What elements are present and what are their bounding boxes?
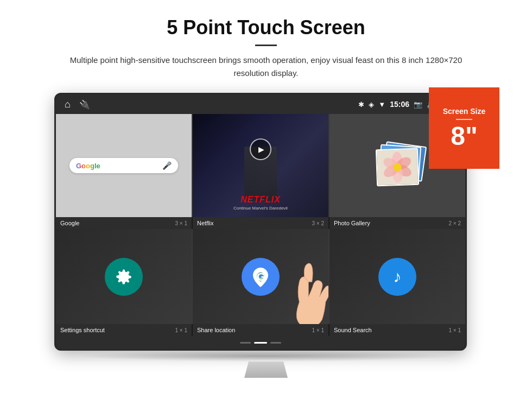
settings-label-name: Settings shortcut — [60, 327, 105, 333]
screen-size-badge: Screen Size 8" — [429, 87, 499, 169]
device-shadow — [76, 351, 456, 362]
svg-text:G: G — [257, 271, 265, 283]
sound-label-name: Sound Search — [334, 327, 372, 333]
google-label-size: 3 × 1 — [175, 220, 187, 226]
gallery-label: Photo Gallery 2 × 2 — [330, 217, 465, 229]
badge-title: Screen Size — [443, 107, 486, 116]
share-label-size: 1 × 1 — [312, 327, 324, 333]
bottom-nav — [56, 336, 465, 349]
nav-dot-3 — [270, 342, 281, 344]
google-app-cell[interactable]: Google 🎤 — [56, 114, 192, 217]
title-divider — [255, 45, 277, 46]
status-left-icons: ⌂ 🔌 — [65, 99, 90, 110]
gallery-label-size: 2 × 2 — [448, 220, 461, 226]
nav-dot-1 — [240, 342, 251, 344]
netflix-app-cell[interactable]: NETFLIX Continue Marvel's Daredevil — [193, 114, 328, 217]
netflix-label-name: Netflix — [197, 220, 214, 226]
settings-label-size: 1 × 1 — [175, 327, 187, 333]
share-label: Share location 1 × 1 — [193, 324, 328, 336]
settings-icon-circle — [105, 258, 143, 296]
nav-dot-2 — [254, 342, 267, 344]
netflix-play-button[interactable] — [250, 138, 271, 160]
google-logo: Google — [76, 162, 100, 170]
share-location-cell[interactable]: G — [193, 229, 328, 324]
netflix-label-size: 3 × 2 — [312, 220, 324, 226]
maps-icon: G — [242, 258, 280, 296]
usb-icon: 🔌 — [79, 99, 90, 110]
sound-search-cell[interactable]: ♪ — [330, 229, 465, 324]
home-icon: ⌂ — [65, 99, 71, 110]
google-label: Google 3 × 1 — [56, 217, 192, 229]
sound-label-size: 1 × 1 — [448, 327, 461, 333]
tablet-frame: ⌂ 🔌 ✱ ◈ ▼ 15:06 📷 🔊 ✕ ▭ — [54, 93, 467, 351]
netflix-label: Netflix 3 × 2 — [193, 217, 328, 229]
google-search-bar[interactable]: Google 🎤 — [69, 158, 178, 173]
google-label-name: Google — [60, 220, 79, 226]
netflix-logo: NETFLIX — [193, 195, 328, 205]
app-grid-top: Google 🎤 NETFLIX Continue Marvel's Dared… — [56, 114, 465, 217]
app-label-row-bottom: Settings shortcut 1 × 1 Share location 1… — [56, 324, 465, 336]
netflix-continue-text: Continue Marvel's Daredevil — [193, 206, 328, 211]
camera-icon: 📷 — [414, 100, 422, 109]
gear-icon — [113, 266, 135, 288]
settings-label: Settings shortcut 1 × 1 — [56, 324, 192, 336]
mic-icon: 🎤 — [162, 161, 172, 170]
location-icon: ◈ — [369, 100, 374, 109]
bluetooth-icon: ✱ — [358, 100, 364, 109]
app-label-row-top: Google 3 × 1 Netflix 3 × 2 Photo Gallery… — [56, 217, 465, 229]
settings-app-cell[interactable] — [56, 229, 192, 324]
sound-icon-circle: ♪ — [378, 258, 416, 296]
app-grid-bottom: G ♪ — [56, 229, 465, 324]
flower-svg — [377, 149, 418, 186]
wifi-icon: ▼ — [378, 100, 385, 109]
gallery-label-name: Photo Gallery — [334, 220, 370, 226]
sound-label: Sound Search 1 × 1 — [330, 324, 465, 336]
music-note-icon: ♪ — [394, 268, 402, 286]
photo-stack — [373, 141, 422, 190]
page-subtitle: Multiple point high-sensitive touchscree… — [62, 54, 470, 80]
badge-size: 8" — [451, 123, 477, 149]
badge-divider — [456, 119, 472, 120]
netflix-overlay: NETFLIX Continue Marvel's Daredevil — [193, 195, 328, 211]
status-time: 15:06 — [390, 100, 409, 109]
photo-front — [376, 148, 419, 187]
page-title: 5 Point Touch Screen — [22, 16, 510, 39]
device-stand — [244, 362, 288, 378]
hand-pointer-icon — [285, 262, 328, 324]
share-label-name: Share location — [197, 327, 235, 333]
status-bar: ⌂ 🔌 ✱ ◈ ▼ 15:06 📷 🔊 ✕ ▭ — [56, 94, 465, 114]
